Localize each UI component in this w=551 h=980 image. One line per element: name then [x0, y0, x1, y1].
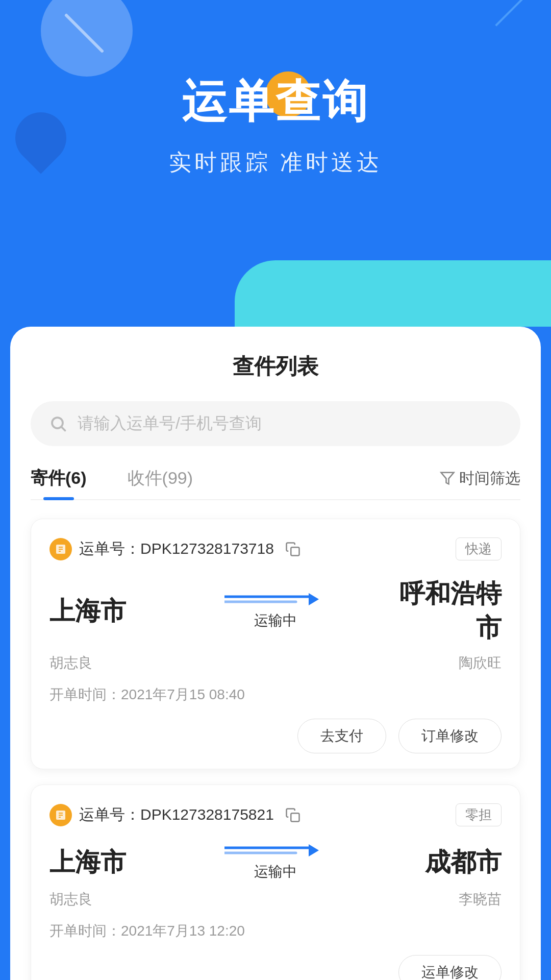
to-name-2: 李晓苗 — [389, 890, 502, 909]
svg-line-2 — [62, 427, 65, 431]
time-filter[interactable]: 时间筛选 — [440, 468, 520, 498]
open-time-1: 开单时间：2021年7月15 08:40 — [49, 685, 502, 704]
modify-button-2[interactable]: 运单修改 — [398, 955, 502, 980]
tab-sending[interactable]: 寄件(6) — [31, 467, 87, 499]
filter-icon — [440, 471, 455, 486]
tabs-row: 寄件(6) 收件(99) 时间筛选 — [31, 467, 520, 500]
search-icon — [49, 414, 67, 433]
from-name-2: 胡志良 — [49, 890, 162, 909]
route-row-2: 上海市 运输中 成都市 — [49, 843, 502, 881]
to-city-2: 成都市 — [389, 845, 502, 879]
arrow-svg-1 — [224, 592, 327, 607]
page-subtitle: 实时跟踪 准时送达 — [31, 148, 520, 178]
route-middle-1: 运输中 — [162, 592, 389, 630]
route-arrow-2 — [224, 843, 327, 858]
hero-line-decoration — [495, 0, 525, 27]
svg-rect-8 — [291, 547, 299, 555]
tab-receiving[interactable]: 收件(99) — [128, 467, 193, 499]
waybill-header-1: 运单号：DPK127328173718 快递 — [49, 537, 502, 560]
pay-button-1[interactable]: 去支付 — [297, 719, 386, 753]
waybill-tag-1: 快递 — [456, 537, 502, 560]
waybill-card-1: 运单号：DPK127328173718 快递 上海市 运输中 — [31, 519, 520, 769]
search-bar[interactable]: 请输入运单号/手机号查询 — [31, 401, 520, 446]
filter-label: 时间筛选 — [459, 468, 520, 489]
route-status-2: 运输中 — [254, 862, 297, 881]
route-name-row-1: 胡志良 陶欣旺 — [49, 653, 502, 673]
action-row-2: 运单修改 — [49, 955, 502, 980]
svg-marker-3 — [441, 473, 454, 484]
svg-rect-16 — [291, 813, 299, 821]
arrow-svg-2 — [224, 843, 327, 858]
modify-button-1[interactable]: 订单修改 — [398, 719, 502, 753]
waybill-card-2: 运单号：DPK127328175821 零担 上海市 运输中 — [31, 785, 520, 980]
waybill-number-2: 运单号：DPK127328175821 — [79, 804, 274, 825]
main-card: 查件列表 请输入运单号/手机号查询 寄件(6) 收件(99) 时间筛选 — [10, 327, 541, 980]
route-name-row-2: 胡志良 李晓苗 — [49, 890, 502, 909]
waybill-number-1: 运单号：DPK127328173718 — [79, 538, 274, 559]
hero-circle-decoration — [41, 0, 133, 77]
waybill-header-2: 运单号：DPK127328175821 零担 — [49, 803, 502, 826]
hero-section: 运单查询 实时跟踪 准时送达 — [0, 0, 551, 245]
route-arrow-1 — [224, 592, 327, 607]
copy-icon-2[interactable] — [285, 807, 300, 823]
cyan-wave — [235, 260, 551, 327]
waybill-header-left-2: 运单号：DPK127328175821 — [49, 804, 300, 826]
to-city-1: 呼和浩特市 — [389, 577, 502, 645]
action-row-1: 去支付 订单修改 — [49, 719, 502, 753]
page-title: 运单查询 — [31, 71, 520, 132]
waybill-icon-2 — [49, 804, 72, 826]
route-status-1: 运输中 — [254, 611, 297, 630]
search-placeholder: 请输入运单号/手机号查询 — [78, 412, 262, 435]
waybill-header-left-1: 运单号：DPK127328173718 — [49, 538, 300, 560]
waybill-tag-2: 零担 — [456, 803, 502, 826]
wave-transition — [0, 245, 551, 327]
from-name-1: 胡志良 — [49, 653, 162, 673]
waybill-icon-1 — [49, 538, 72, 560]
route-row-1: 上海市 运输中 呼和浩特市 — [49, 577, 502, 645]
open-time-2: 开单时间：2021年7月13 12:20 — [49, 921, 502, 941]
svg-marker-11 — [309, 593, 319, 605]
from-city-2: 上海市 — [49, 845, 162, 879]
copy-icon-1[interactable] — [285, 542, 300, 557]
to-name-1: 陶欣旺 — [389, 653, 502, 673]
route-middle-2: 运输中 — [162, 843, 389, 881]
from-city-1: 上海市 — [49, 594, 162, 628]
card-title: 查件列表 — [31, 352, 520, 381]
svg-line-0 — [66, 15, 102, 51]
svg-marker-19 — [309, 844, 319, 856]
